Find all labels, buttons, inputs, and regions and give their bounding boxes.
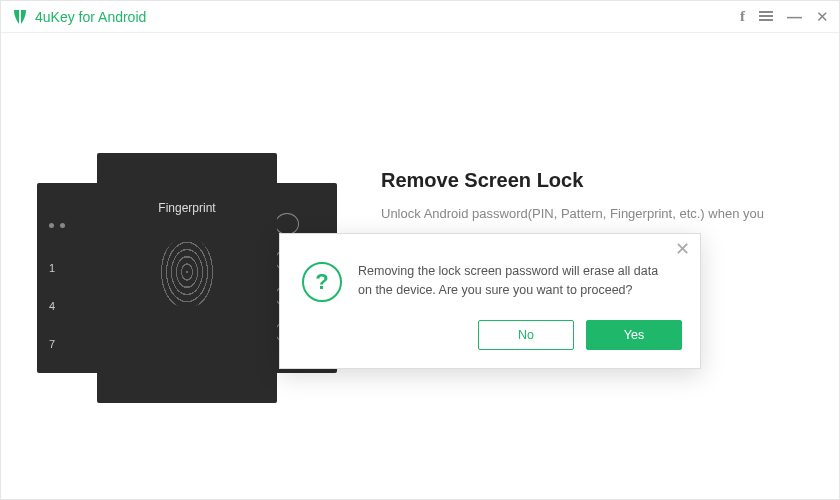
question-glyph: ? — [315, 269, 328, 295]
menu-icon[interactable] — [759, 9, 773, 25]
pattern-node-icon — [275, 213, 299, 235]
fingerprint-label: Fingerprint — [158, 201, 215, 215]
confirm-dialog: ✕ ? Removing the lock screen password wi… — [279, 233, 701, 369]
no-button[interactable]: No — [478, 320, 574, 350]
page-title: Remove Screen Lock — [381, 169, 801, 192]
no-button-label: No — [518, 328, 534, 342]
dialog-body: ? Removing the lock screen password will… — [280, 234, 700, 320]
question-icon: ? — [302, 262, 342, 302]
app-logo-icon — [11, 8, 29, 26]
pin-key: 4 — [49, 300, 95, 312]
dialog-message: Removing the lock screen password will e… — [358, 262, 674, 302]
page-subtitle: Unlock Android password(PIN, Pattern, Fi… — [381, 204, 801, 224]
pin-key: 1 — [49, 262, 95, 274]
titlebar: 4uKey for Android f — ✕ — [1, 1, 839, 33]
titlebar-controls: f — ✕ — [740, 9, 829, 25]
close-window-button[interactable]: ✕ — [816, 9, 829, 24]
pin-dots — [49, 223, 95, 228]
fingerprint-card: Fingerprint — [97, 153, 277, 403]
minimize-button[interactable]: — — [787, 9, 802, 24]
dialog-actions: No Yes — [280, 320, 700, 368]
headline-block: Remove Screen Lock Unlock Android passwo… — [381, 169, 801, 224]
pin-key: 7 — [49, 338, 95, 350]
yes-button[interactable]: Yes — [586, 320, 682, 350]
content-area: 1 4 7 Fingerprint Remove Screen Lock Unl… — [1, 33, 839, 499]
close-icon[interactable]: ✕ — [675, 240, 690, 258]
yes-button-label: Yes — [624, 328, 644, 342]
facebook-icon[interactable]: f — [740, 9, 745, 24]
titlebar-left: 4uKey for Android — [11, 8, 146, 26]
app-title: 4uKey for Android — [35, 9, 146, 25]
fingerprint-icon — [158, 237, 216, 307]
